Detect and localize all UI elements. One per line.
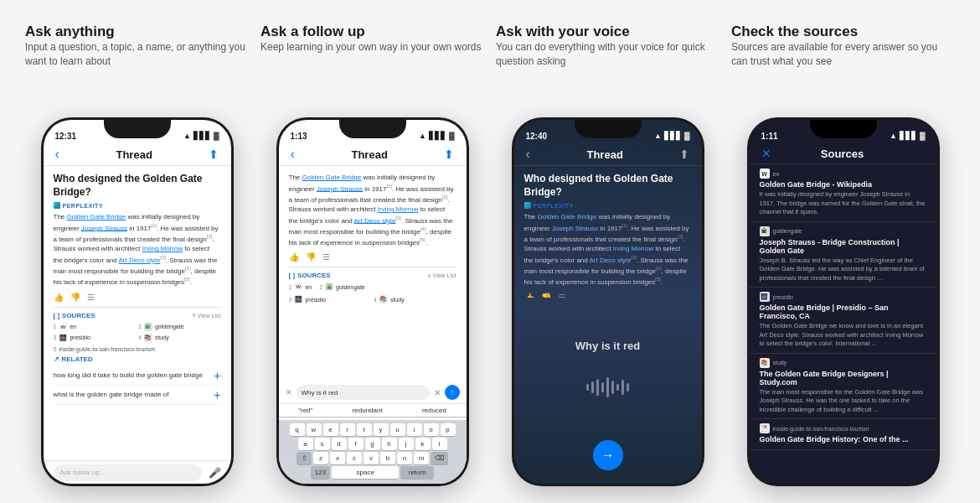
source-list-3[interactable]: 🌉 presidio Golden Gate Bridge | Presidio… xyxy=(750,288,937,354)
key-return[interactable]: return xyxy=(400,466,434,479)
key-v[interactable]: v xyxy=(364,452,379,464)
src-domain-5: inside-guide-to-san-francisco-tourism xyxy=(773,426,869,432)
phone2-share-icon[interactable]: ⬆ xyxy=(444,148,454,161)
phone2-status-icons: ▲ ▋▋▋ ▓ xyxy=(419,132,454,140)
key-b[interactable]: b xyxy=(380,452,395,464)
phone1-related-section: ↗ RELATED how long did it take to build … xyxy=(54,355,221,405)
key-r[interactable]: r xyxy=(340,423,355,436)
phone3-time: 12:40 xyxy=(526,132,548,141)
source-item-4[interactable]: 4 📚 study xyxy=(138,334,221,342)
source-item-3[interactable]: 3 🌉 presidio xyxy=(54,334,137,342)
related-item-2[interactable]: what is the golden gate bridge made of + xyxy=(54,386,221,405)
key-o[interactable]: o xyxy=(424,423,439,436)
key-g[interactable]: g xyxy=(365,438,380,450)
related-item-1[interactable]: how long did it take to build the golden… xyxy=(54,366,221,386)
p2-source-1[interactable]: 1 W en 2 🏛 goldengate xyxy=(289,283,372,291)
src-title-5: Golden Gate Bridge History: One of the .… xyxy=(760,435,927,443)
key-y[interactable]: y xyxy=(374,423,389,436)
battery-icon-4: ▓ xyxy=(920,132,926,140)
phone3-question: Who designed the Golden Gate Bridge? xyxy=(524,173,692,199)
phone3-share-icon[interactable]: ⬆ xyxy=(679,148,689,161)
source-item-1[interactable]: 1 W en xyxy=(54,323,137,331)
key-a[interactable]: a xyxy=(298,438,313,450)
key-w[interactable]: w xyxy=(307,423,322,436)
p2-source-4[interactable]: 4 📚 study xyxy=(374,295,456,303)
search-clear-icon[interactable]: ✕ xyxy=(286,388,292,397)
suggestion-3[interactable]: reduced xyxy=(422,407,446,414)
phone1-mic-icon[interactable]: 🎤 xyxy=(209,467,221,479)
suggestion-2[interactable]: redundant xyxy=(353,407,383,414)
key-k[interactable]: k xyxy=(415,438,431,450)
thumbs-up-icon[interactable]: 👍 xyxy=(54,293,64,302)
source-item-2[interactable]: 2 🏛 goldengate xyxy=(138,323,221,331)
key-q[interactable]: q xyxy=(290,423,305,436)
thumbs-up-icon-2[interactable]: 👍 xyxy=(289,252,299,262)
thumbs-down-icon-2[interactable]: 👎 xyxy=(306,252,316,262)
key-x[interactable]: x xyxy=(330,452,345,464)
voice-wave xyxy=(586,377,629,397)
phone2-sources-grid: 1 W en 2 🏛 goldengate xyxy=(289,283,456,291)
key-z[interactable]: z xyxy=(313,452,328,464)
phone1-view-list[interactable]: ∨ View List xyxy=(192,312,221,319)
perplexity-logo-icon xyxy=(54,202,60,209)
key-d[interactable]: d xyxy=(332,438,347,450)
phone2-view-list[interactable]: ∨ View List xyxy=(427,272,456,279)
source-list-1[interactable]: W en Golden Gate Bridge - Wikipedia It w… xyxy=(750,164,937,222)
key-t[interactable]: t xyxy=(357,423,372,436)
thumbs-down-icon[interactable]: 👎 xyxy=(70,293,80,302)
phone1-follow-input[interactable]: Ask follow up... xyxy=(54,464,202,481)
phone1-share-icon[interactable]: ⬆ xyxy=(209,148,219,161)
phone3-answer: The Golden Gate Bridge was initially des… xyxy=(524,212,692,287)
battery-icon-3: ▓ xyxy=(684,132,690,140)
key-f[interactable]: f xyxy=(348,438,364,450)
key-m[interactable]: m xyxy=(414,452,429,464)
list-icon[interactable]: ☰ xyxy=(87,293,95,302)
key-l[interactable]: l xyxy=(432,438,447,450)
key-e[interactable]: e xyxy=(323,423,338,436)
key-n[interactable]: n xyxy=(397,452,412,464)
src-snippet-3: The Golden Gate Bridge we know and love … xyxy=(760,322,927,349)
phone2-search-input[interactable]: Why is it red xyxy=(297,385,430,400)
phone3-container: 12:40 ▲ ▋▋▋ ▓ ‹ Thread ⬆ xyxy=(496,75,720,486)
key-u[interactable]: u xyxy=(390,423,405,436)
key-j[interactable]: j xyxy=(399,438,414,450)
phone3-perplexity-badge: PERPLEXITY xyxy=(524,202,692,209)
key-delete[interactable]: ⌫ xyxy=(431,452,448,464)
p2-source-3[interactable]: 3 🌉 presidio xyxy=(289,295,372,303)
signal-icon-3: ▋▋▋ xyxy=(664,132,682,140)
key-i[interactable]: i xyxy=(407,423,422,436)
key-s[interactable]: s xyxy=(315,438,330,450)
feature-title-4: Check the sources xyxy=(731,23,955,40)
list-icon-2[interactable]: ☰ xyxy=(322,252,330,262)
key-shift[interactable]: ⇧ xyxy=(297,452,312,464)
battery-icon: ▓ xyxy=(214,132,219,140)
wave-bar-6 xyxy=(611,381,614,394)
phone2: 1:13 ▲ ▋▋▋ ▓ ‹ Thread ⬆ xyxy=(276,117,469,486)
source-list-2[interactable]: 🏛 goldengate Joseph Strauss - Bridge Con… xyxy=(750,222,937,288)
phone2-send-btn[interactable]: ↑ xyxy=(445,385,460,400)
feature-card-ask-followup: Ask a follow up Keep learning in your ow… xyxy=(260,23,484,486)
source-item-5[interactable]: 5 inside-guide-to-san-francisco-tourism xyxy=(54,346,221,352)
source-list-5[interactable]: 🌁 inside-guide-to-san-francisco-tourism … xyxy=(750,419,937,450)
phone1-back-button[interactable]: ‹ xyxy=(55,147,59,162)
key-h[interactable]: h xyxy=(382,438,397,450)
src-snippet-4: The man most responsible for the Golden … xyxy=(760,388,927,415)
phone4-close-btn[interactable]: ✕ xyxy=(761,147,771,160)
phone3-thread-header: ‹ Thread ⬆ xyxy=(514,145,702,166)
feature-cards: Ask anything Input a question, a topic, … xyxy=(25,23,955,486)
study-source-icon: 📚 xyxy=(144,334,152,342)
suggestion-1[interactable]: "red" xyxy=(298,407,312,414)
key-123[interactable]: 123 xyxy=(311,466,330,479)
source-list-4[interactable]: 📚 study The Golden Gate Bridge Designers… xyxy=(750,354,937,420)
phone3-thread-title: Thread xyxy=(586,148,622,161)
phone3-send-btn[interactable]: → xyxy=(593,440,623,470)
phone2-thread-title: Thread xyxy=(351,148,387,161)
key-p[interactable]: p xyxy=(441,423,456,436)
search-x-btn[interactable]: ✕ xyxy=(434,388,441,397)
feature-title-1: Ask anything xyxy=(25,23,249,40)
phone3-back-button[interactable]: ‹ xyxy=(526,147,530,162)
phone2-back-button[interactable]: ‹ xyxy=(291,147,295,162)
key-c[interactable]: c xyxy=(347,452,362,464)
kbd-row-3: ⇧ z x c v b n m ⌫ xyxy=(281,452,465,464)
key-space[interactable]: space xyxy=(332,466,399,479)
